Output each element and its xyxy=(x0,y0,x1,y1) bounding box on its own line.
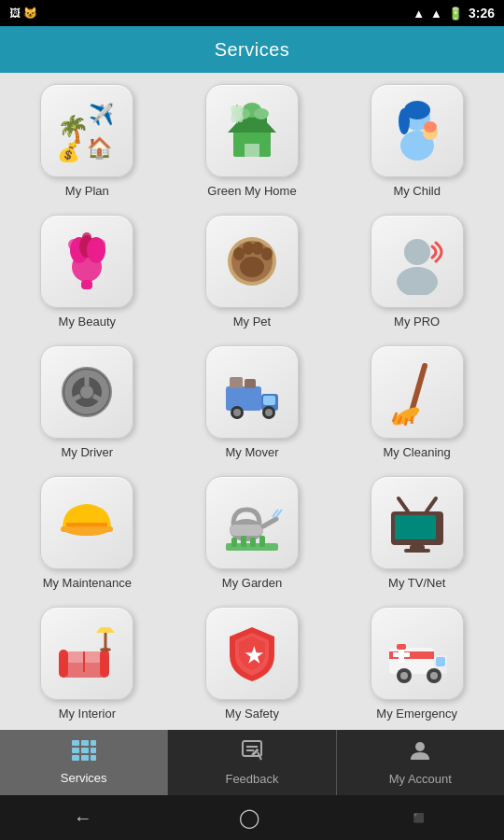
battery-icon: 🔋 xyxy=(448,7,463,21)
svg-point-39 xyxy=(80,385,93,399)
main-content: 🌴 ✈️ 🏠 💰 My Plan xyxy=(0,73,504,730)
svg-point-95 xyxy=(400,672,408,679)
svg-rect-102 xyxy=(72,748,79,753)
nav-services[interactable]: Services xyxy=(0,730,168,795)
svg-point-113 xyxy=(415,742,425,751)
my-driver-icon-box xyxy=(40,345,133,439)
svg-rect-6 xyxy=(245,144,259,157)
my-cleaning-icon-box xyxy=(371,345,464,439)
service-my-pro[interactable]: My PRO xyxy=(339,215,495,330)
svg-rect-105 xyxy=(72,755,79,761)
my-maintenance-icon-box xyxy=(40,476,133,569)
service-my-plan[interactable]: 🌴 ✈️ 🏠 💰 My Plan xyxy=(9,84,165,200)
svg-rect-104 xyxy=(91,748,96,753)
svg-rect-62 xyxy=(230,525,263,536)
green-my-home-icon-box xyxy=(205,84,299,177)
svg-rect-51 xyxy=(245,379,256,388)
svg-point-24 xyxy=(68,239,79,250)
status-time: 3:26 xyxy=(469,6,495,21)
svg-rect-98 xyxy=(397,644,406,650)
status-right-icons: ▲ ▲ 🔋 3:26 xyxy=(413,6,495,21)
my-cleaning-label: My Cleaning xyxy=(384,445,451,461)
svg-rect-68 xyxy=(241,536,246,547)
recents-button[interactable]: ◾ xyxy=(407,806,430,829)
svg-line-63 xyxy=(263,519,276,526)
service-my-interior[interactable]: My Interior xyxy=(9,607,165,722)
svg-point-35 xyxy=(404,239,430,265)
svg-rect-100 xyxy=(81,740,89,746)
my-garden-icon-box xyxy=(205,476,299,569)
svg-text:🏠: 🏠 xyxy=(87,135,113,161)
my-emergency-label: My Emergency xyxy=(376,707,457,722)
svg-rect-79 xyxy=(59,650,68,678)
svg-rect-101 xyxy=(91,740,96,746)
my-beauty-icon-box xyxy=(40,215,133,308)
app-bar-title: Services xyxy=(215,39,290,61)
svg-line-74 xyxy=(427,498,436,511)
svg-rect-50 xyxy=(230,377,243,388)
service-my-safety[interactable]: ★ My Safety xyxy=(175,607,330,722)
nav-services-label: Services xyxy=(61,771,107,785)
home-button[interactable]: ◯ xyxy=(239,806,259,829)
service-my-emergency[interactable]: My Emergency xyxy=(339,607,495,722)
my-maintenance-label: My Maintenance xyxy=(43,576,132,592)
svg-point-36 xyxy=(397,267,438,295)
svg-rect-72 xyxy=(395,515,436,539)
svg-text:🌴: 🌴 xyxy=(57,114,90,145)
signal-icon: ▲ xyxy=(430,7,442,21)
svg-rect-93 xyxy=(393,652,410,657)
status-bar: 🖼 😺 ▲ ▲ 🔋 3:26 xyxy=(0,0,504,26)
svg-rect-106 xyxy=(81,755,89,761)
service-my-mover[interactable]: My Mover xyxy=(175,345,330,461)
svg-rect-69 xyxy=(250,538,256,547)
android-nav: ← ◯ ◾ xyxy=(0,795,504,840)
nav-my-account[interactable]: My Account xyxy=(337,730,504,795)
svg-point-97 xyxy=(430,672,438,679)
nav-my-account-label: My Account xyxy=(389,772,452,786)
service-my-maintenance[interactable]: My Maintenance xyxy=(9,476,165,592)
svg-rect-80 xyxy=(100,650,109,678)
feedback-nav-icon xyxy=(241,739,263,767)
back-button[interactable]: ← xyxy=(74,807,92,829)
svg-rect-76 xyxy=(404,549,430,553)
my-beauty-label: My Beauty xyxy=(59,315,116,330)
nav-feedback[interactable]: Feedback xyxy=(168,730,336,795)
my-pet-label: My Pet xyxy=(233,315,271,330)
my-safety-icon-box: ★ xyxy=(205,607,299,700)
my-interior-icon-box xyxy=(40,607,133,700)
services-nav-icon xyxy=(72,740,96,766)
svg-point-26 xyxy=(82,232,91,242)
svg-rect-45 xyxy=(263,396,275,405)
my-tv-net-label: My TV/Net xyxy=(388,576,445,592)
bottom-nav: Services Feedback My Account xyxy=(0,730,504,795)
svg-marker-83 xyxy=(96,627,115,633)
svg-rect-99 xyxy=(72,740,79,746)
service-my-cleaning[interactable]: My Cleaning xyxy=(339,345,495,461)
svg-text:✈️: ✈️ xyxy=(89,102,115,127)
my-pet-icon-box xyxy=(205,215,299,308)
service-green-my-home[interactable]: Green My Home xyxy=(175,84,330,200)
svg-point-84 xyxy=(100,648,111,651)
svg-line-57 xyxy=(412,416,413,424)
my-child-icon-box xyxy=(371,84,464,177)
my-plan-icon-box: 🌴 ✈️ 🏠 💰 xyxy=(40,84,133,177)
service-my-beauty[interactable]: My Beauty xyxy=(9,215,165,330)
svg-text:★: ★ xyxy=(245,644,264,667)
svg-rect-70 xyxy=(259,536,265,547)
svg-rect-43 xyxy=(226,386,261,411)
my-plan-label: My Plan xyxy=(65,184,109,200)
my-child-label: My Child xyxy=(393,184,441,200)
svg-point-30 xyxy=(240,257,264,277)
svg-point-19 xyxy=(424,121,437,133)
nav-feedback-label: Feedback xyxy=(225,772,278,786)
svg-rect-88 xyxy=(436,657,445,666)
service-my-pet[interactable]: My Pet xyxy=(175,215,330,330)
service-my-tv-net[interactable]: My TV/Net xyxy=(339,476,495,592)
svg-point-47 xyxy=(233,409,241,416)
green-my-home-label: Green My Home xyxy=(207,184,296,200)
my-garden-label: My Garden xyxy=(222,576,282,592)
svg-rect-59 xyxy=(61,526,113,532)
service-my-garden[interactable]: My Garden xyxy=(175,476,330,592)
service-my-child[interactable]: My Child xyxy=(339,84,495,200)
service-my-driver[interactable]: My Driver xyxy=(9,345,165,461)
